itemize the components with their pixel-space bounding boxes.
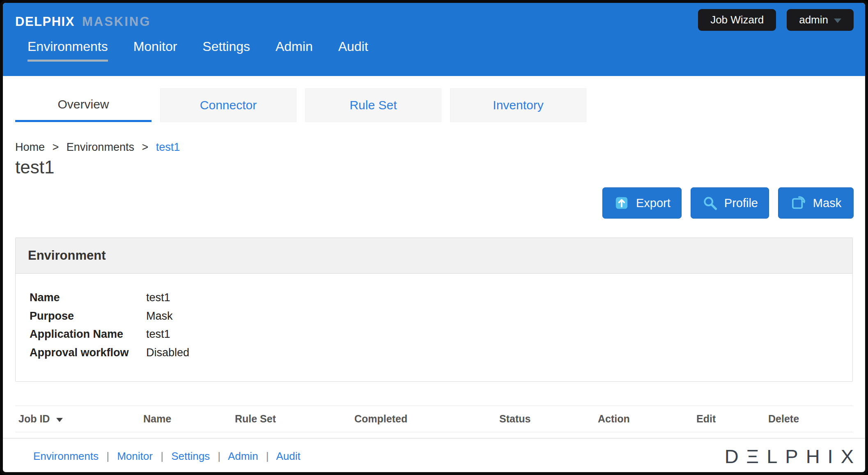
field-value-approval-workflow: Disabled (146, 344, 189, 362)
column-header-name[interactable]: Name (143, 413, 235, 425)
footer: Environments | Monitor | Settings | Admi… (3, 438, 865, 474)
field-row-purpose: Purpose Mask (30, 307, 852, 325)
export-icon (613, 195, 630, 211)
page-title: test1 (15, 157, 853, 178)
nav-settings[interactable]: Settings (202, 39, 250, 62)
field-value-purpose: Mask (146, 307, 173, 325)
delphix-logo: DΞLPHIX (725, 447, 861, 466)
column-header-completed[interactable]: Completed (354, 413, 499, 425)
main-nav: Environments Monitor Settings Admin Audi… (15, 39, 854, 62)
export-button-label: Export (636, 196, 671, 210)
field-row-name: Name test1 (30, 288, 852, 307)
footer-link-admin[interactable]: Admin (228, 450, 258, 462)
column-label-edit: Edit (696, 413, 716, 424)
brand-secondary: MASKING (82, 14, 151, 29)
breadcrumb-separator: > (53, 141, 59, 153)
field-label-purpose: Purpose (30, 307, 146, 325)
brand-logo: DELPHIX MASKING (15, 9, 151, 29)
profile-button-label: Profile (724, 196, 758, 210)
column-header-delete[interactable]: Delete (768, 413, 853, 425)
user-menu-button[interactable]: admin (787, 9, 854, 31)
footer-link-monitor[interactable]: Monitor (117, 450, 153, 462)
environment-panel-title: Environment (16, 238, 852, 274)
column-header-status[interactable]: Status (499, 413, 598, 425)
column-header-edit[interactable]: Edit (696, 413, 768, 425)
footer-separator: | (218, 450, 220, 462)
footer-separator: | (106, 450, 109, 462)
action-buttons: Export Profile Mask (14, 187, 854, 219)
nav-monitor[interactable]: Monitor (133, 39, 177, 62)
field-label-name: Name (30, 288, 146, 307)
environment-panel: Environment Name test1 Purpose Mask Appl… (15, 238, 853, 382)
column-label-status: Status (499, 413, 530, 424)
mask-button[interactable]: Mask (778, 187, 854, 219)
nav-admin[interactable]: Admin (276, 39, 313, 62)
chevron-down-icon (834, 18, 841, 23)
field-value-application-name: test1 (146, 325, 170, 344)
field-label-approval-workflow: Approval workflow (30, 344, 146, 362)
column-header-rule-set[interactable]: Rule Set (235, 413, 354, 425)
footer-separator: | (161, 450, 163, 462)
breadcrumb: Home > Environments > test1 (15, 141, 853, 154)
footer-link-environments[interactable]: Environments (33, 450, 99, 462)
footer-links: Environments | Monitor | Settings | Admi… (33, 450, 301, 463)
mask-icon (790, 195, 807, 211)
header-actions: Job Wizard admin (698, 9, 854, 31)
field-value-name: test1 (146, 288, 170, 307)
sort-desc-icon (56, 418, 63, 422)
footer-separator: | (266, 450, 269, 462)
header-top-row: DELPHIX MASKING Job Wizard admin (15, 3, 854, 31)
profile-search-icon (702, 195, 718, 211)
tab-inventory[interactable]: Inventory (450, 88, 586, 122)
tab-connector[interactable]: Connector (160, 88, 296, 122)
breadcrumb-home[interactable]: Home (15, 141, 45, 153)
field-row-application-name: Application Name test1 (30, 325, 852, 344)
field-label-application-name: Application Name (30, 325, 146, 344)
tab-rule-set[interactable]: Rule Set (305, 88, 441, 122)
breadcrumb-current: test1 (156, 141, 180, 153)
app-window: DELPHIX MASKING Job Wizard admin Environ… (0, 0, 868, 475)
footer-link-settings[interactable]: Settings (171, 450, 210, 462)
breadcrumb-separator: > (142, 141, 148, 153)
field-row-approval-workflow: Approval workflow Disabled (30, 344, 852, 362)
column-label-completed: Completed (354, 413, 407, 424)
column-label-name: Name (143, 413, 171, 424)
job-wizard-button[interactable]: Job Wizard (698, 9, 776, 31)
column-label-delete: Delete (768, 413, 799, 424)
nav-environments[interactable]: Environments (28, 39, 108, 62)
column-label-rule-set: Rule Set (235, 413, 276, 424)
column-header-action[interactable]: Action (598, 413, 696, 425)
export-button[interactable]: Export (602, 187, 682, 219)
nav-audit[interactable]: Audit (338, 39, 368, 62)
jobs-table-header: Job ID Name Rule Set Completed Status Ac… (15, 406, 853, 432)
app-header: DELPHIX MASKING Job Wizard admin Environ… (3, 3, 865, 76)
breadcrumb-environments[interactable]: Environments (67, 141, 134, 153)
brand-primary: DELPHIX (15, 14, 75, 29)
environment-panel-body: Name test1 Purpose Mask Application Name… (16, 274, 852, 381)
tab-overview[interactable]: Overview (15, 88, 152, 122)
profile-button[interactable]: Profile (691, 187, 769, 219)
column-label-action: Action (598, 413, 630, 424)
mask-button-label: Mask (813, 196, 841, 210)
environment-tabs: Overview Connector Rule Set Inventory (15, 88, 853, 122)
user-name: admin (799, 14, 828, 26)
column-label-job-id: Job ID (18, 413, 50, 424)
footer-link-audit[interactable]: Audit (276, 450, 300, 462)
column-header-job-id[interactable]: Job ID (15, 413, 143, 425)
